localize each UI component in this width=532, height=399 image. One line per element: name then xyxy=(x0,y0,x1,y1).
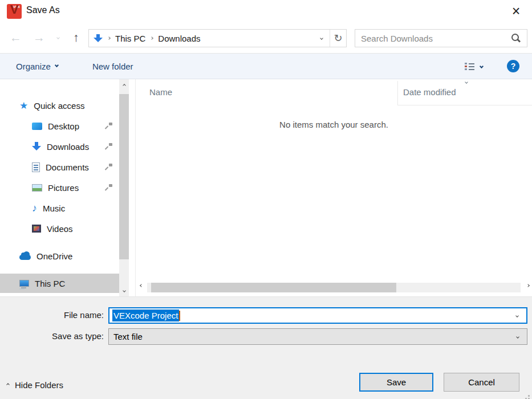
this-pc-icon xyxy=(19,280,29,287)
scroll-down-icon[interactable] xyxy=(119,286,129,295)
chevron-up-icon xyxy=(6,383,10,386)
sidebar-item-quick-access[interactable]: ★ Quick access xyxy=(0,96,119,115)
command-toolbar: Organize New folder ? xyxy=(0,53,532,79)
sidebar-item-label: Pictures xyxy=(48,183,79,193)
help-button[interactable]: ? xyxy=(507,60,519,72)
sorted-column-underline xyxy=(397,105,532,105)
chevron-down-icon xyxy=(480,64,484,68)
dialog-content: ★ Quick access Desktop Downloads Documen… xyxy=(0,79,532,296)
change-view-button[interactable] xyxy=(465,62,483,70)
save-button[interactable]: Save xyxy=(359,373,433,392)
up-icon[interactable]: ↑ xyxy=(73,30,79,45)
vexcode-app-icon: VEX V xyxy=(7,4,22,19)
documents-icon xyxy=(32,162,40,172)
save-as-type-dropdown[interactable]: Text file xyxy=(108,328,527,345)
new-folder-label: New folder xyxy=(92,62,133,71)
sidebar-item-downloads[interactable]: Downloads xyxy=(0,137,119,156)
sidebar-item-music[interactable]: ♪ Music xyxy=(0,198,119,218)
horizontal-scrollbar[interactable] xyxy=(136,281,532,295)
organize-button[interactable]: Organize xyxy=(16,62,58,71)
downloads-icon xyxy=(32,142,41,151)
resize-grip[interactable] xyxy=(528,395,530,397)
sidebar-item-label: Desktop xyxy=(48,121,79,131)
onedrive-icon xyxy=(19,255,31,260)
hide-folders-button[interactable]: Hide Folders xyxy=(7,378,63,392)
sidebar-item-label: Videos xyxy=(47,224,73,234)
sidebar-item-pictures[interactable]: Pictures xyxy=(0,178,119,197)
navigation-bar: ← → ↑ This PC Downloads ↻ xyxy=(0,23,532,53)
breadcrumb-downloads[interactable]: Downloads xyxy=(158,34,200,43)
save-as-type-label: Save as type: xyxy=(0,331,104,341)
quick-access-icon: ★ xyxy=(19,101,28,111)
refresh-icon[interactable]: ↻ xyxy=(330,32,346,44)
column-divider[interactable] xyxy=(397,81,398,105)
sidebar-item-label: Music xyxy=(43,203,65,213)
address-bar[interactable]: This PC Downloads ↻ xyxy=(88,29,347,47)
search-input[interactable] xyxy=(355,34,511,43)
file-list-area: Name Date modified No items match your s… xyxy=(136,79,532,296)
pin-icon xyxy=(105,143,112,150)
sidebar-item-this-pc[interactable]: This PC xyxy=(0,274,119,293)
organize-label: Organize xyxy=(16,62,51,71)
pictures-icon xyxy=(32,184,42,192)
forward-icon[interactable]: → xyxy=(33,30,45,45)
pin-icon xyxy=(105,184,112,192)
sidebar-item-label: This PC xyxy=(35,279,65,288)
title-bar: VEX V Save As × xyxy=(0,0,532,23)
chevron-down-icon xyxy=(55,63,59,67)
chevron-down-icon[interactable] xyxy=(516,335,519,339)
music-icon: ♪ xyxy=(32,203,37,213)
sidebar-item-label: Quick access xyxy=(34,101,84,111)
sidebar-item-onedrive[interactable]: OneDrive xyxy=(0,246,119,266)
file-name-label: File name: xyxy=(0,310,104,320)
sidebar-item-documents[interactable]: Documents xyxy=(0,157,119,177)
address-dropdown-icon[interactable] xyxy=(320,36,323,40)
navigation-pane: ★ Quick access Desktop Downloads Documen… xyxy=(0,79,119,296)
breadcrumb-separator-icon xyxy=(151,36,154,40)
text-caret xyxy=(179,311,180,321)
chevron-down-icon[interactable] xyxy=(515,314,519,317)
column-header-name[interactable]: Name xyxy=(149,87,172,97)
scroll-up-icon[interactable] xyxy=(119,80,129,90)
videos-icon xyxy=(32,225,41,233)
file-name-combobox[interactable]: VEXcode Project xyxy=(108,307,527,324)
sidebar-item-videos[interactable]: Videos xyxy=(0,219,119,238)
scrollbar-thumb[interactable] xyxy=(119,94,129,259)
desktop-icon xyxy=(32,123,42,130)
back-icon[interactable]: ← xyxy=(10,30,22,45)
cancel-button[interactable]: Cancel xyxy=(444,373,519,392)
details-view-icon xyxy=(465,62,474,70)
window-title: Save As xyxy=(26,5,60,15)
new-folder-button[interactable]: New folder xyxy=(92,62,133,71)
empty-folder-message: No items match your search. xyxy=(136,120,532,129)
hide-folders-label: Hide Folders xyxy=(15,380,63,390)
column-header-row: Name Date modified xyxy=(136,79,532,105)
column-header-date-modified[interactable]: Date modified xyxy=(403,87,456,97)
scroll-right-icon[interactable] xyxy=(526,284,530,287)
pin-icon xyxy=(105,164,112,171)
sidebar-scrollbar[interactable] xyxy=(119,79,129,296)
sidebar-item-label: Downloads xyxy=(47,142,89,152)
breadcrumb-separator-icon xyxy=(107,36,111,40)
sidebar-item-label: OneDrive xyxy=(36,251,72,261)
sidebar-item-desktop[interactable]: Desktop xyxy=(0,116,119,136)
save-panel: File name: VEXcode Project Save as type:… xyxy=(0,296,532,399)
pin-icon xyxy=(105,123,112,130)
search-icon[interactable] xyxy=(511,33,521,43)
close-icon[interactable]: × xyxy=(505,0,527,22)
save-as-type-value: Text file xyxy=(113,332,143,341)
breadcrumb-this-pc[interactable]: This PC xyxy=(115,34,145,43)
vex-logo-v: V xyxy=(7,4,22,17)
save-as-dialog: VEX V Save As × ← → ↑ This PC Downloads … xyxy=(0,0,532,399)
history-dropdown-icon[interactable] xyxy=(56,36,60,39)
file-name-input[interactable]: VEXcode Project xyxy=(112,310,179,321)
downloads-folder-icon xyxy=(94,34,103,43)
sidebar-item-label: Documents xyxy=(46,162,89,172)
scroll-left-icon[interactable] xyxy=(140,284,143,287)
sort-direction-icon[interactable] xyxy=(465,80,468,84)
search-box xyxy=(355,29,527,47)
scrollbar-thumb[interactable] xyxy=(151,283,396,292)
